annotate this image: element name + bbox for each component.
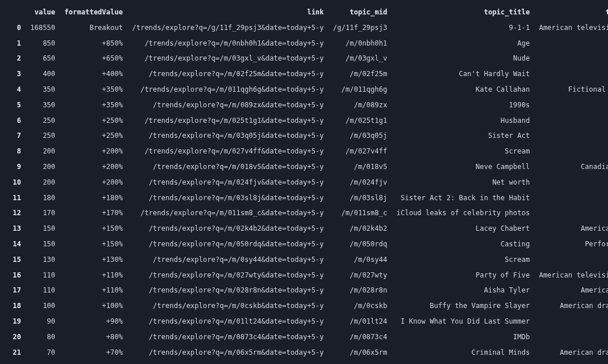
cell-formattedValue: +400% xyxy=(60,66,127,82)
cell-topic-title: 9-1-1 xyxy=(392,20,534,36)
table-row: 17110+110%/trends/explore?q=/m/028r8n&da… xyxy=(8,283,608,298)
cell-topic-title: I Know What You Did Last Summer xyxy=(392,314,534,329)
cell-value: 110 xyxy=(25,268,59,283)
cell-topic-title: Nude xyxy=(392,51,534,66)
cell-link: /trends/explore?q=/m/011sm8_c&date=today… xyxy=(127,205,328,221)
cell-value: 70 xyxy=(25,345,59,361)
cell-value: 350 xyxy=(25,82,59,97)
cell-value: 350 xyxy=(25,97,59,113)
cell-link: /trends/explore?q=/m/01lt24&date=today+5… xyxy=(127,314,328,329)
cell-topic-type: 2002 film xyxy=(534,360,608,364)
cell-topic-mid: /m/024fjv xyxy=(328,175,392,190)
cell-index: 16 xyxy=(8,268,25,283)
table-row: 1850+850%/trends/explore?q=/m/0nbh0h1&da… xyxy=(8,36,608,51)
header-topic-type: topic_type xyxy=(534,5,608,20)
cell-index: 2 xyxy=(8,51,25,66)
cell-link: /trends/explore?q=/m/011qgh6g&date=today… xyxy=(127,82,328,97)
cell-value: 50 xyxy=(25,360,59,364)
cell-formattedValue: +150% xyxy=(60,221,127,237)
cell-topic-title: Sister Act xyxy=(392,128,534,144)
cell-index: 1 xyxy=(8,36,25,51)
cell-formattedValue: +50% xyxy=(60,360,127,364)
cell-value: 90 xyxy=(25,314,59,329)
cell-index: 13 xyxy=(8,221,25,237)
cell-index: 9 xyxy=(8,159,25,175)
cell-link: /trends/explore?q=/m/0nbh0h1&date=today+… xyxy=(127,36,328,51)
cell-link: /trends/explore?q=/m/027wty&date=today+5… xyxy=(127,268,328,283)
header-topic-title: topic_title xyxy=(392,5,534,20)
cell-topic-type: Art xyxy=(534,51,608,66)
cell-link: /trends/explore?q=/m/018v5&date=today+5-… xyxy=(127,159,328,175)
cell-topic-type: Event xyxy=(534,205,608,221)
cell-topic-type: Performing arts xyxy=(534,237,608,252)
header-link: link xyxy=(127,5,328,20)
cell-value: 400 xyxy=(25,66,59,82)
cell-link: /trends/explore?q=/m/089zx&date=today+5-… xyxy=(127,97,328,113)
table-row: 2170+70%/trends/explore?q=/m/06x5rm&date… xyxy=(8,345,608,361)
cell-link: /trends/explore?q=/m/03gxl_v&date=today+… xyxy=(127,51,328,66)
cell-topic-title: IMDb xyxy=(392,329,534,345)
cell-topic-title: Lacey Chabert xyxy=(392,221,534,237)
cell-index: 5 xyxy=(8,97,25,113)
cell-topic-mid: /m/0cskb xyxy=(328,298,392,314)
cell-formattedValue: +200% xyxy=(60,159,127,175)
cell-index: 0 xyxy=(8,20,25,36)
cell-link: /trends/explore?q=/m/03sl8j&date=today+5… xyxy=(127,190,328,206)
cell-topic-mid: /m/03q05j xyxy=(328,128,392,144)
cell-topic-title: Sister Act 2: Back in the Habit xyxy=(392,190,534,206)
cell-topic-type: American drama series xyxy=(534,345,608,361)
table-row: 18100+100%/trends/explore?q=/m/0cskb&dat… xyxy=(8,298,608,314)
table-row: 15130+130%/trends/explore?q=/m/0sy44&dat… xyxy=(8,252,608,268)
header-value: value xyxy=(25,5,59,20)
cell-topic-mid: /m/06x5rm xyxy=(328,345,392,361)
cell-topic-title: The Tuxedo xyxy=(392,360,534,364)
cell-index: 19 xyxy=(8,314,25,329)
cell-value: 200 xyxy=(25,175,59,190)
cell-topic-type: Fictional character xyxy=(534,82,608,97)
cell-index: 17 xyxy=(8,283,25,298)
cell-link: /trends/explore?q=/m/024fjv&date=today+5… xyxy=(127,175,328,190)
cell-formattedValue: +200% xyxy=(60,144,127,159)
cell-topic-mid: /m/03gxl_v xyxy=(328,51,392,66)
cell-topic-title: Criminal Minds xyxy=(392,345,534,361)
cell-value: 170 xyxy=(25,205,59,221)
cell-topic-type: Topic xyxy=(534,175,608,190)
cell-topic-mid: /m/011sm8_c xyxy=(328,205,392,221)
cell-value: 250 xyxy=(25,113,59,129)
cell-value: 180 xyxy=(25,190,59,206)
cell-formattedValue: +70% xyxy=(60,345,127,361)
cell-formattedValue: +250% xyxy=(60,128,127,144)
cell-value: 110 xyxy=(25,283,59,298)
cell-link: /trends/explore?q=/m/06x5rm&date=today+5… xyxy=(127,345,328,361)
table-row: 13150+150%/trends/explore?q=/m/02k4b2&da… xyxy=(8,221,608,237)
cell-index: 8 xyxy=(8,144,25,159)
cell-topic-title: Scream xyxy=(392,252,534,268)
cell-formattedValue: +250% xyxy=(60,113,127,129)
cell-topic-type: 1998 film xyxy=(534,66,608,82)
cell-link: /trends/explore?q=/m/01pk7l&date=today+5… xyxy=(127,360,328,364)
cell-value: 250 xyxy=(25,128,59,144)
cell-index: 11 xyxy=(8,190,25,206)
cell-link: /trends/explore?q=/m/025t1g1&date=today+… xyxy=(127,113,328,129)
cell-topic-title: iCloud leaks of celebrity photos xyxy=(392,205,534,221)
cell-topic-type: Website xyxy=(534,329,608,345)
cell-topic-mid: /m/0nbh0h1 xyxy=(328,36,392,51)
cell-topic-mid: /m/050rdq xyxy=(328,237,392,252)
cell-topic-type: Franchise xyxy=(534,144,608,159)
cell-topic-title: Husband xyxy=(392,113,534,129)
cell-value: 80 xyxy=(25,329,59,345)
cell-value: 200 xyxy=(25,159,59,175)
cell-topic-type: 1997 film xyxy=(534,314,608,329)
header-index xyxy=(8,5,25,20)
cell-link: /trends/explore?q=/g/11f_29psj3&date=tod… xyxy=(127,20,328,36)
table-row: 14150+150%/trends/explore?q=/m/050rdq&da… xyxy=(8,237,608,252)
cell-topic-title: Party of Five xyxy=(392,268,534,283)
cell-formattedValue: +170% xyxy=(60,205,127,221)
cell-topic-type: Canadian actress xyxy=(534,159,608,175)
cell-link: /trends/explore?q=/m/02f25m&date=today+5… xyxy=(127,66,328,82)
cell-value: 168550 xyxy=(25,20,59,36)
cell-topic-type: 1993 film xyxy=(534,190,608,206)
cell-index: 15 xyxy=(8,252,25,268)
header-row: value formattedValue link topic_mid topi… xyxy=(8,5,608,20)
cell-value: 850 xyxy=(25,36,59,51)
